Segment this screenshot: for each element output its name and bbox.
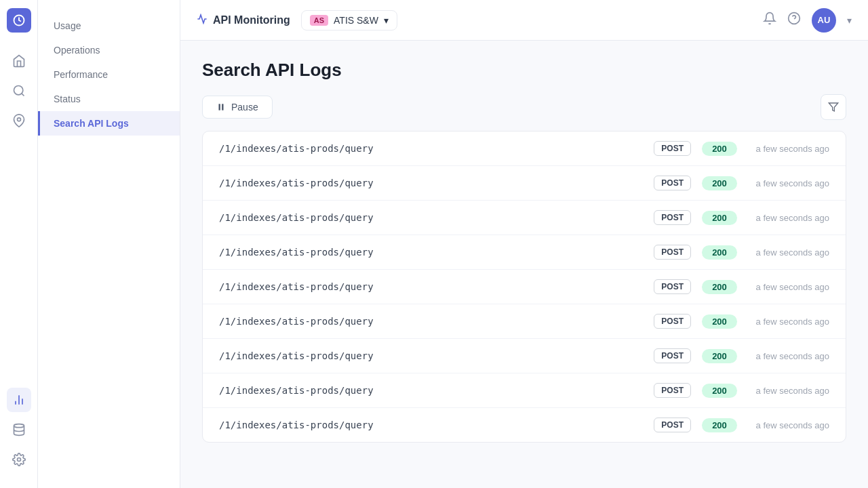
log-path: /1/indexes/atis-prods/query [219, 350, 643, 361]
monitoring-icon [197, 14, 208, 27]
app-title: API Monitoring [213, 14, 290, 26]
log-path: /1/indexes/atis-prods/query [219, 385, 643, 396]
status-badge: 200 [702, 314, 737, 329]
log-timestamp: a few seconds ago [748, 247, 829, 258]
search-nav-icon[interactable] [7, 79, 31, 103]
filter-button[interactable] [821, 94, 846, 120]
svg-point-3 [17, 118, 20, 121]
logs-container: /1/indexes/atis-prods/query POST 200 a f… [202, 131, 846, 443]
app-selector[interactable]: AS ATIS S&W ▾ [301, 10, 397, 30]
sidebar-item-usage[interactable]: Usage [38, 14, 180, 38]
home-icon[interactable] [7, 49, 31, 73]
sidebar-item-performance[interactable]: Performance [38, 62, 180, 87]
log-timestamp: a few seconds ago [748, 386, 829, 396]
content-area: Search API Logs Pause /1/indexes/atis-pr… [180, 41, 868, 488]
method-badge: POST [654, 141, 691, 156]
help-icon[interactable] [787, 12, 801, 28]
notification-bell-icon[interactable] [763, 12, 776, 28]
method-badge: POST [654, 279, 691, 294]
log-path: /1/indexes/atis-prods/query [219, 247, 643, 258]
log-row[interactable]: /1/indexes/atis-prods/query POST 200 a f… [203, 201, 846, 235]
svg-point-7 [14, 424, 24, 428]
chart-icon[interactable] [7, 388, 31, 412]
status-badge: 200 [702, 245, 737, 260]
user-menu-chevron-icon[interactable]: ▾ [847, 15, 852, 26]
app-selector-chevron: ▾ [384, 15, 389, 26]
status-badge: 200 [702, 176, 737, 190]
log-path: /1/indexes/atis-prods/query [219, 212, 643, 223]
log-row[interactable]: /1/indexes/atis-prods/query POST 200 a f… [203, 373, 846, 408]
status-badge: 200 [702, 142, 737, 156]
log-timestamp: a few seconds ago [748, 351, 829, 361]
method-badge: POST [654, 176, 691, 190]
method-badge: POST [654, 383, 691, 398]
log-timestamp: a few seconds ago [748, 213, 829, 223]
settings-icon[interactable] [7, 447, 31, 472]
svg-rect-11 [219, 104, 220, 110]
icon-rail [0, 0, 38, 488]
method-badge: POST [654, 210, 691, 225]
app-name: ATIS S&W [334, 15, 378, 26]
sidebar-item-status[interactable]: Status [38, 87, 180, 111]
svg-line-2 [21, 94, 24, 96]
method-badge: POST [654, 314, 691, 329]
pause-button[interactable]: Pause [202, 96, 273, 119]
log-row[interactable]: /1/indexes/atis-prods/query POST 200 a f… [203, 235, 846, 270]
log-row[interactable]: /1/indexes/atis-prods/query POST 200 a f… [203, 339, 846, 373]
status-badge: 200 [702, 280, 737, 294]
database-icon[interactable] [7, 418, 31, 442]
pause-label: Pause [231, 102, 258, 113]
log-path: /1/indexes/atis-prods/query [219, 281, 643, 292]
header-title: API Monitoring [197, 14, 290, 27]
log-timestamp: a few seconds ago [748, 317, 829, 327]
sidebar-nav: Usage Operations Performance Status Sear… [38, 14, 180, 136]
sidebar: Usage Operations Performance Status Sear… [38, 0, 180, 488]
page-title: Search API Logs [202, 60, 846, 81]
method-badge: POST [654, 418, 691, 432]
header-left: API Monitoring AS ATIS S&W ▾ [197, 10, 397, 30]
log-row[interactable]: /1/indexes/atis-prods/query POST 200 a f… [203, 408, 846, 442]
main-content: API Monitoring AS ATIS S&W ▾ [180, 0, 868, 488]
log-row[interactable]: /1/indexes/atis-prods/query POST 200 a f… [203, 304, 846, 339]
app-badge: AS [310, 15, 328, 26]
top-header: API Monitoring AS ATIS S&W ▾ [180, 0, 868, 41]
header-right: AU ▾ [763, 8, 852, 33]
method-badge: POST [654, 245, 691, 260]
log-row[interactable]: /1/indexes/atis-prods/query POST 200 a f… [203, 131, 846, 166]
pin-icon[interactable] [7, 108, 31, 133]
status-badge: 200 [702, 211, 737, 225]
log-path: /1/indexes/atis-prods/query [219, 316, 643, 327]
avatar[interactable]: AU [812, 8, 836, 33]
svg-point-8 [17, 458, 20, 462]
method-badge: POST [654, 348, 691, 363]
pause-icon [216, 102, 226, 112]
log-timestamp: a few seconds ago [748, 178, 829, 188]
filter-icon [828, 102, 839, 113]
svg-point-1 [14, 86, 22, 95]
log-timestamp: a few seconds ago [748, 144, 829, 154]
log-path: /1/indexes/atis-prods/query [219, 178, 643, 188]
log-row[interactable]: /1/indexes/atis-prods/query POST 200 a f… [203, 270, 846, 304]
log-timestamp: a few seconds ago [748, 420, 829, 430]
status-badge: 200 [702, 384, 737, 398]
status-badge: 200 [702, 418, 737, 432]
sidebar-item-operations[interactable]: Operations [38, 38, 180, 62]
toolbar: Pause [202, 94, 846, 120]
svg-rect-12 [222, 104, 223, 110]
log-timestamp: a few seconds ago [748, 282, 829, 292]
log-row[interactable]: /1/indexes/atis-prods/query POST 200 a f… [203, 166, 846, 201]
log-path: /1/indexes/atis-prods/query [219, 143, 643, 154]
svg-marker-13 [829, 103, 837, 111]
status-badge: 200 [702, 349, 737, 363]
sidebar-item-search-api-logs[interactable]: Search API Logs [38, 111, 180, 136]
app-logo-icon[interactable] [7, 8, 31, 33]
log-path: /1/indexes/atis-prods/query [219, 420, 643, 430]
